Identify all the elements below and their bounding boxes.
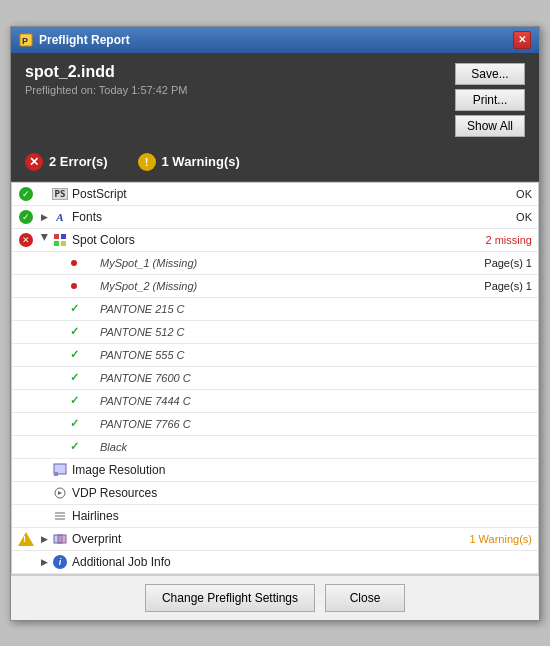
label-vdp-res: VDP Resources	[72, 486, 452, 500]
label-pantone555: PANTONE 555 C	[100, 349, 532, 361]
row-spot-colors[interactable]: ▶ Spot Colors 2 missing	[12, 229, 538, 252]
label-pantone512: PANTONE 512 C	[100, 326, 532, 338]
category-icon-vdp-res	[52, 485, 68, 501]
status-overprint: 1 Warning(s)	[452, 533, 532, 545]
preflight-report-window: P Preflight Report ✕ spot_2.indd Preflig…	[10, 26, 540, 621]
row-pantone7766[interactable]: ✓ PANTONE 7766 C	[12, 413, 538, 436]
row-fonts[interactable]: ▶ A Fonts OK	[12, 206, 538, 229]
status-icon-vdp-res	[18, 485, 34, 501]
row-pantone215[interactable]: ✓ PANTONE 215 C	[12, 298, 538, 321]
label-pantone7444: PANTONE 7444 C	[100, 395, 532, 407]
svg-rect-4	[54, 241, 59, 246]
header-buttons: Save... Print... Show All	[455, 63, 525, 137]
row-overprint[interactable]: ▶ Overprint 1 Warning(s)	[12, 528, 538, 551]
window-close-button[interactable]: ✕	[513, 31, 531, 49]
row-pantone7600[interactable]: ✓ PANTONE 7600 C	[12, 367, 538, 390]
row-pantone555[interactable]: ✓ PANTONE 555 C	[12, 344, 538, 367]
svg-rect-2	[54, 234, 59, 239]
header-area: spot_2.indd Preflighted on: Today 1:57:4…	[11, 53, 539, 147]
label-pantone215: PANTONE 215 C	[100, 303, 532, 315]
svg-rect-7	[54, 472, 58, 476]
close-button[interactable]: Close	[325, 584, 405, 612]
title-bar-left: P Preflight Report	[19, 33, 130, 47]
status-icon-overprint	[18, 531, 34, 547]
label-pantone7600: PANTONE 7600 C	[100, 372, 532, 384]
row-postscript[interactable]: PS PostScript OK	[12, 183, 538, 206]
expand-addjobinfo[interactable]: ▶	[38, 556, 50, 568]
status-icon-myspot2	[66, 278, 82, 294]
row-vdp-res[interactable]: VDP Resources	[12, 482, 538, 505]
error-icon: ✕	[25, 153, 43, 171]
label-hairlines: Hairlines	[72, 509, 452, 523]
label-fonts: Fonts	[72, 210, 452, 224]
tree-content: PS PostScript OK ▶ A Fonts OK ▶ Spot Col…	[11, 182, 539, 575]
expand-fonts[interactable]: ▶	[38, 211, 50, 223]
window-title: Preflight Report	[39, 33, 130, 47]
expand-spot-colors[interactable]: ▶	[38, 234, 50, 246]
status-fonts: OK	[452, 211, 532, 223]
status-postscript: OK	[452, 188, 532, 200]
svg-rect-5	[61, 241, 66, 246]
warnings-label: 1 Warning(s)	[162, 154, 240, 169]
category-icon-fonts: A	[52, 209, 68, 225]
category-icon-addjobinfo	[52, 554, 68, 570]
preflighted-label: Preflighted on: Today 1:57:42 PM	[25, 84, 187, 96]
errors-summary: ✕ 2 Error(s)	[25, 153, 108, 171]
filename-label: spot_2.indd	[25, 63, 187, 81]
expand-overprint[interactable]: ▶	[38, 533, 50, 545]
row-addjobinfo[interactable]: ▶ Additional Job Info	[12, 551, 538, 574]
svg-text:P: P	[22, 36, 28, 46]
status-icon-pantone7766: ✓	[66, 416, 82, 432]
status-icon-spot-colors	[18, 232, 34, 248]
status-icon-pantone555: ✓	[66, 347, 82, 363]
category-icon-overprint	[52, 531, 68, 547]
errors-label: 2 Error(s)	[49, 154, 108, 169]
status-icon-pantone7600: ✓	[66, 370, 82, 386]
status-icon-pantone512: ✓	[66, 324, 82, 340]
header-info: spot_2.indd Preflighted on: Today 1:57:4…	[25, 63, 187, 96]
status-icon-image-res	[18, 462, 34, 478]
row-image-res[interactable]: Image Resolution	[12, 459, 538, 482]
category-icon-spot-colors	[52, 232, 68, 248]
row-hairlines[interactable]: Hairlines	[12, 505, 538, 528]
status-spot-colors: 2 missing	[452, 234, 532, 246]
status-icon-myspot1	[66, 255, 82, 271]
row-pantone7444[interactable]: ✓ PANTONE 7444 C	[12, 390, 538, 413]
change-preflight-button[interactable]: Change Preflight Settings	[145, 584, 315, 612]
status-icon-hairlines	[18, 508, 34, 524]
status-myspot2: Page(s) 1	[452, 280, 532, 292]
label-overprint: Overprint	[72, 532, 452, 546]
row-myspot2[interactable]: MySpot_2 (Missing) Page(s) 1	[12, 275, 538, 298]
status-myspot1: Page(s) 1	[452, 257, 532, 269]
label-image-res: Image Resolution	[72, 463, 452, 477]
category-icon-postscript: PS	[52, 186, 68, 202]
label-spot-colors: Spot Colors	[72, 233, 452, 247]
label-addjobinfo: Additional Job Info	[72, 555, 452, 569]
label-myspot2: MySpot_2 (Missing)	[100, 280, 452, 292]
warnings-summary: ! 1 Warning(s)	[138, 153, 240, 171]
save-button[interactable]: Save...	[455, 63, 525, 85]
row-pantone512[interactable]: ✓ PANTONE 512 C	[12, 321, 538, 344]
window-icon: P	[19, 33, 33, 47]
row-black[interactable]: ✓ Black	[12, 436, 538, 459]
footer-area: Change Preflight Settings Close	[11, 575, 539, 620]
warning-icon: !	[138, 153, 156, 171]
category-icon-hairlines	[52, 508, 68, 524]
category-icon-image-res	[52, 462, 68, 478]
status-icon-fonts	[18, 209, 34, 225]
print-button[interactable]: Print...	[455, 89, 525, 111]
svg-rect-13	[58, 535, 66, 543]
label-pantone7766: PANTONE 7766 C	[100, 418, 532, 430]
title-bar: P Preflight Report ✕	[11, 27, 539, 53]
status-icon-black: ✓	[66, 439, 82, 455]
label-myspot1: MySpot_1 (Missing)	[100, 257, 452, 269]
row-myspot1[interactable]: MySpot_1 (Missing) Page(s) 1	[12, 252, 538, 275]
label-postscript: PostScript	[72, 187, 452, 201]
show-all-button[interactable]: Show All	[455, 115, 525, 137]
svg-rect-3	[61, 234, 66, 239]
status-icon-pantone7444: ✓	[66, 393, 82, 409]
summary-bar: ✕ 2 Error(s) ! 1 Warning(s)	[11, 147, 539, 182]
status-icon-addjobinfo	[18, 554, 34, 570]
status-icon-pantone215: ✓	[66, 301, 82, 317]
label-black: Black	[100, 441, 532, 453]
